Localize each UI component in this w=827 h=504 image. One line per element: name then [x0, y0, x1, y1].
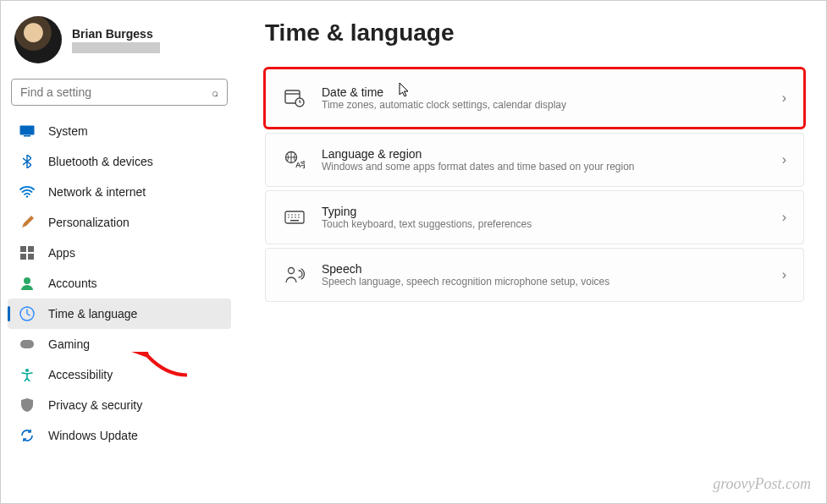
svg-point-23 — [295, 216, 296, 218]
user-block[interactable]: Brian Burgess — [4, 8, 234, 75]
nav-label: System — [48, 124, 88, 138]
main-content: Time & language Date & time Time zones, … — [238, 1, 826, 503]
svg-rect-9 — [20, 340, 34, 348]
sidebar-item-accounts[interactable]: Accounts — [8, 268, 231, 299]
svg-point-20 — [298, 214, 300, 216]
nav-label: Time & language — [48, 307, 137, 320]
display-icon — [19, 123, 35, 139]
search-icon: ⌕ — [212, 86, 218, 99]
svg-rect-1 — [24, 135, 30, 137]
svg-rect-25 — [290, 220, 299, 222]
nav-label: Bluetooth & devices — [48, 155, 153, 168]
brush-icon — [19, 215, 35, 230]
nav-label: Windows Update — [48, 429, 138, 442]
avatar — [14, 16, 62, 63]
sidebar-item-system[interactable]: System — [8, 116, 231, 146]
accessibility-icon — [19, 367, 35, 382]
svg-rect-0 — [20, 126, 35, 135]
card-title: Date & time — [322, 85, 782, 99]
svg-rect-6 — [28, 254, 34, 260]
card-title: Typing — [322, 205, 782, 218]
card-typing[interactable]: Typing Touch keyboard, text suggestions,… — [265, 190, 804, 244]
sidebar-item-gaming[interactable]: Gaming — [8, 329, 231, 359]
svg-point-17 — [288, 214, 289, 216]
svg-point-10 — [25, 369, 29, 372]
svg-point-24 — [298, 216, 300, 218]
svg-point-26 — [289, 268, 295, 274]
globe-language-icon: A字 — [283, 148, 306, 172]
nav: System Bluetooth & devices Network & int… — [4, 116, 234, 451]
chevron-right-icon: › — [782, 210, 786, 225]
nav-label: Gaming — [48, 337, 90, 351]
sidebar-item-personalization[interactable]: Personalization — [8, 207, 231, 238]
nav-label: Accounts — [48, 277, 97, 290]
card-date-time[interactable]: Date & time Time zones, automatic clock … — [265, 68, 804, 128]
chevron-right-icon: › — [782, 267, 786, 282]
sidebar-item-time-language[interactable]: Time & language — [8, 299, 231, 329]
sidebar-item-apps[interactable]: Apps — [8, 238, 231, 268]
user-name: Brian Burgess — [72, 27, 160, 41]
sidebar-item-windows-update[interactable]: Windows Update — [8, 420, 231, 451]
nav-label: Personalization — [48, 216, 130, 229]
user-email-redacted — [72, 42, 160, 53]
card-subtitle: Touch keyboard, text suggestions, prefer… — [322, 218, 782, 230]
sidebar-item-bluetooth[interactable]: Bluetooth & devices — [8, 146, 231, 177]
svg-point-18 — [291, 214, 293, 216]
chevron-right-icon: › — [782, 90, 786, 106]
update-icon — [19, 428, 35, 443]
svg-point-21 — [288, 216, 289, 218]
card-speech[interactable]: Speech Speech language, speech recogniti… — [265, 248, 804, 302]
speech-icon — [283, 263, 306, 287]
wifi-icon — [19, 184, 35, 200]
card-language-region[interactable]: A字 Language & region Windows and some ap… — [265, 133, 804, 187]
watermark: groovyPost.com — [713, 475, 811, 493]
card-title: Speech — [322, 262, 782, 276]
nav-label: Apps — [48, 246, 75, 260]
nav-label: Network & internet — [48, 185, 146, 199]
chevron-right-icon: › — [782, 152, 786, 167]
svg-rect-5 — [20, 254, 26, 260]
shield-icon — [19, 397, 35, 413]
bluetooth-icon — [19, 154, 35, 169]
person-icon — [19, 276, 35, 291]
sidebar-item-network[interactable]: Network & internet — [8, 177, 231, 207]
nav-label: Privacy & security — [48, 398, 142, 412]
svg-point-7 — [24, 277, 30, 284]
calendar-clock-icon — [283, 86, 306, 110]
card-subtitle: Windows and some apps format dates and t… — [322, 161, 782, 173]
nav-label: Accessibility — [48, 368, 113, 381]
card-title: Language & region — [322, 147, 782, 161]
svg-text:A字: A字 — [295, 161, 305, 169]
svg-point-22 — [291, 216, 293, 218]
svg-rect-4 — [28, 246, 34, 252]
sidebar-item-privacy[interactable]: Privacy & security — [8, 390, 231, 420]
search-field[interactable] — [20, 85, 212, 99]
card-subtitle: Time zones, automatic clock settings, ca… — [322, 99, 782, 111]
svg-point-2 — [26, 195, 28, 197]
gamepad-icon — [19, 337, 35, 352]
page-title: Time & language — [265, 19, 804, 47]
card-subtitle: Speech language, speech recognition micr… — [322, 276, 782, 288]
keyboard-icon — [283, 205, 306, 229]
clock-globe-icon — [19, 306, 35, 321]
apps-icon — [19, 245, 35, 260]
svg-point-19 — [295, 214, 296, 216]
sidebar-item-accessibility[interactable]: Accessibility — [8, 359, 231, 390]
sidebar: Brian Burgess ⌕ System Bluetooth & dev — [1, 1, 238, 503]
search-input[interactable]: ⌕ — [11, 79, 228, 106]
svg-rect-3 — [20, 246, 26, 252]
